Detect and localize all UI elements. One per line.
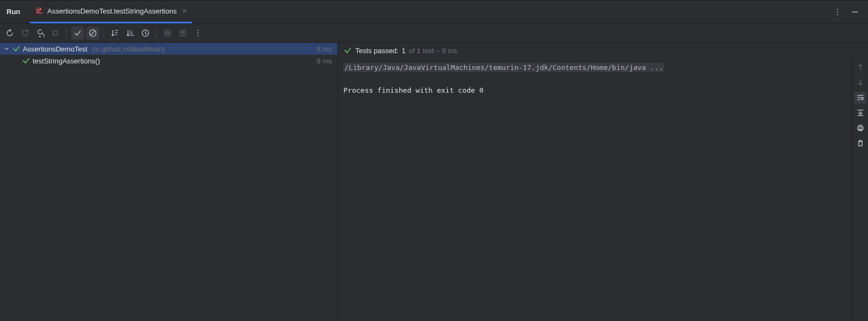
svg-point-12 [197, 30, 199, 31]
close-tab-icon[interactable]: × [182, 7, 187, 15]
test-package: (io.github.mfaisalkhatri) [92, 45, 164, 53]
console-command: /Library/Java/JavaVirtualMachines/temuri… [343, 63, 664, 72]
down-stacktrace-button [854, 76, 866, 88]
test-duration: 8 ms [317, 45, 334, 53]
test-tree-root[interactable]: AssertionsDemoTest (io.github.mfaisalkha… [0, 43, 337, 55]
tab-label: AssertionsDemoTest.testStringAssertions [47, 7, 176, 15]
chevron-down-icon[interactable] [3, 44, 10, 53]
export-tests-button [176, 27, 189, 40]
test-history-button[interactable] [139, 27, 152, 40]
svg-point-4 [26, 30, 28, 32]
svg-rect-5 [53, 31, 58, 35]
svg-point-10 [167, 32, 169, 34]
toolbar-more-button[interactable] [192, 27, 205, 40]
svg-rect-16 [859, 125, 862, 127]
print-button[interactable] [854, 122, 866, 134]
test-duration: 8 ms [317, 57, 334, 65]
up-stacktrace-button [854, 61, 866, 73]
run-panel: Run AssertionsDemoTest.testStringAsserti… [0, 0, 868, 321]
svg-line-7 [91, 31, 95, 35]
panel-title: Run [3, 8, 23, 16]
run-tab[interactable]: AssertionsDemoTest.testStringAssertions … [30, 1, 192, 23]
sort-by-duration-button[interactable] [124, 27, 137, 40]
rerun-failed-button [18, 27, 31, 40]
console-output[interactable]: /Library/Java/JavaVirtualMachines/temuri… [338, 58, 852, 321]
passed-count: 1 [402, 47, 406, 55]
more-options-button[interactable] [831, 5, 844, 18]
console-panel: Tests passed: 1 of 1 test – 8 ms /Librar… [337, 43, 868, 321]
test-tree-item[interactable]: testStringAssertions() 8 ms [0, 55, 337, 67]
sort-alphabetically-button[interactable] [108, 27, 122, 40]
console-gutter [852, 58, 868, 321]
import-tests-button [161, 27, 174, 40]
run-header: Run AssertionsDemoTest.testStringAsserti… [0, 1, 868, 23]
scroll-to-end-button[interactable] [854, 107, 866, 119]
rerun-button[interactable] [3, 27, 16, 40]
passed-label: Tests passed: [355, 47, 399, 55]
stop-button [49, 27, 62, 40]
test-status-bar: Tests passed: 1 of 1 test – 8 ms [338, 43, 868, 58]
test-tree[interactable]: AssertionsDemoTest (io.github.mfaisalkha… [0, 43, 337, 321]
show-ignored-button[interactable] [86, 27, 99, 40]
clear-all-button[interactable] [854, 137, 866, 149]
test-method-name: testStringAssertions() [33, 57, 100, 65]
content-area: AssertionsDemoTest (io.github.mfaisalkha… [0, 43, 868, 321]
soft-wrap-button[interactable] [854, 92, 866, 104]
toggle-auto-test-button[interactable] [34, 27, 47, 40]
console-line: Process finished with exit code 0 [343, 86, 483, 94]
svg-point-13 [197, 33, 199, 34]
svg-point-14 [197, 35, 199, 36]
run-config-icon [35, 6, 44, 16]
svg-rect-9 [165, 30, 170, 36]
check-icon [343, 46, 352, 55]
run-toolbar [0, 23, 868, 43]
svg-point-0 [837, 9, 838, 10]
passed-extra: of 1 test – 8 ms [409, 47, 457, 55]
check-icon [22, 56, 30, 65]
svg-point-1 [837, 11, 838, 12]
svg-point-2 [837, 14, 838, 15]
check-icon [12, 44, 21, 53]
show-passed-button[interactable] [71, 27, 84, 40]
minimize-button[interactable] [848, 5, 861, 18]
test-class-name: AssertionsDemoTest [23, 45, 87, 53]
